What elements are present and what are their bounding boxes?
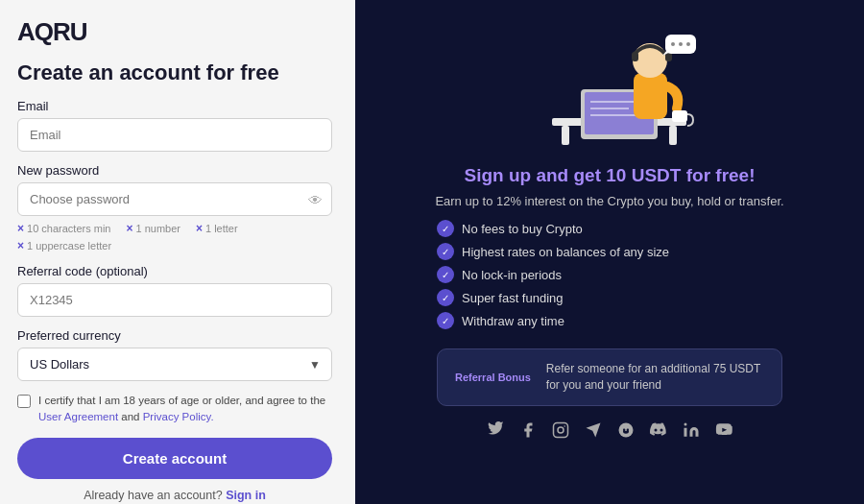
right-panel: Sign up and get 10 USDT for free! Earn u… xyxy=(355,0,864,504)
hint-letter: 1 letter xyxy=(196,222,238,235)
reddit-icon[interactable] xyxy=(615,420,636,441)
email-input[interactable] xyxy=(17,118,332,152)
left-panel: AQRU Create an account for free Email Ne… xyxy=(0,0,355,504)
promo-subtext: Earn up to 12% interest on the Crypto yo… xyxy=(435,194,783,208)
currency-select-wrapper: US Dollars Euro GBP ▼ xyxy=(17,348,332,381)
telegram-icon[interactable] xyxy=(583,420,604,441)
hint-chars: 10 characters min xyxy=(17,222,110,235)
svg-rect-8 xyxy=(634,73,667,119)
currency-select[interactable]: US Dollars Euro GBP xyxy=(17,348,332,381)
linkedin-icon[interactable] xyxy=(681,420,702,441)
svg-rect-1 xyxy=(562,126,569,145)
referral-group: Referral code (optional) xyxy=(17,264,332,317)
password-group: New password 👁 10 characters min 1 numbe… xyxy=(17,163,332,252)
benefits-list: ✓ No fees to buy Crypto ✓ Highest rates … xyxy=(437,220,782,335)
check-icon: ✓ xyxy=(437,266,454,283)
list-item: ✓ No lock-in periods xyxy=(437,266,782,283)
svg-point-9 xyxy=(633,43,667,78)
privacy-policy-link[interactable]: Privacy Policy. xyxy=(143,411,214,422)
logo: AQRU xyxy=(17,17,332,47)
facebook-icon[interactable] xyxy=(517,420,539,441)
list-item: ✓ Highest rates on balances of any size xyxy=(437,243,782,260)
svg-rect-2 xyxy=(669,126,677,145)
check-icon: ✓ xyxy=(437,220,454,237)
check-icon: ✓ xyxy=(437,312,454,329)
promo-heading: Sign up and get 10 USDT for free! xyxy=(465,165,756,186)
email-label: Email xyxy=(17,99,332,113)
svg-point-14 xyxy=(671,42,675,46)
svg-point-15 xyxy=(679,42,683,46)
page-title: Create an account for free xyxy=(17,60,332,85)
referral-bonus-label: Referral Bonus xyxy=(455,372,531,383)
list-item: ✓ Super fast funding xyxy=(437,289,782,306)
discord-icon[interactable] xyxy=(648,420,669,441)
illustration xyxy=(523,17,696,152)
referral-input[interactable] xyxy=(17,283,332,317)
hint-uppercase: 1 uppercase letter xyxy=(17,239,111,252)
promo-highlight: 10 USDT for free! xyxy=(606,165,755,185)
social-icons-row xyxy=(485,420,734,441)
currency-label: Preferred currency xyxy=(17,328,332,343)
svg-rect-17 xyxy=(672,110,687,122)
email-group: Email xyxy=(17,99,332,152)
svg-point-21 xyxy=(619,422,634,437)
check-icon: ✓ xyxy=(437,289,454,306)
twitter-icon[interactable] xyxy=(485,420,506,441)
terms-text: I certify that I am 18 years of age or o… xyxy=(38,393,332,426)
hint-number: 1 number xyxy=(126,222,180,235)
terms-row: I certify that I am 18 years of age or o… xyxy=(17,393,332,426)
svg-point-22 xyxy=(684,422,687,425)
svg-point-19 xyxy=(558,427,564,433)
list-item: ✓ No fees to buy Crypto xyxy=(437,220,782,237)
svg-rect-18 xyxy=(554,422,568,437)
password-input[interactable] xyxy=(17,182,332,216)
create-account-button[interactable]: Create account xyxy=(17,438,332,479)
password-input-wrapper: 👁 xyxy=(17,182,332,216)
list-item: ✓ Withdraw any time xyxy=(437,312,782,329)
svg-point-16 xyxy=(686,42,690,46)
password-hints: 10 characters min 1 number 1 letter 1 up… xyxy=(17,222,332,252)
currency-group: Preferred currency US Dollars Euro GBP ▼ xyxy=(17,328,332,381)
referral-bonus-box: Referral Bonus Refer someone for an addi… xyxy=(437,348,782,406)
instagram-icon[interactable] xyxy=(550,420,571,441)
referral-label: Referral code (optional) xyxy=(17,264,332,278)
svg-point-20 xyxy=(564,425,565,427)
signin-link[interactable]: Sign in xyxy=(226,489,266,502)
user-agreement-link[interactable]: User Agreement xyxy=(38,411,118,422)
password-label: New password xyxy=(17,163,332,178)
svg-rect-10 xyxy=(632,52,638,61)
check-icon: ✓ xyxy=(437,243,454,260)
signin-row: Already have an account? Sign in xyxy=(17,489,332,502)
terms-checkbox[interactable] xyxy=(17,395,31,408)
eye-icon[interactable]: 👁 xyxy=(308,191,323,207)
referral-bonus-text: Refer someone for an additional 75 USDT … xyxy=(546,361,764,394)
youtube-icon[interactable] xyxy=(713,420,734,441)
